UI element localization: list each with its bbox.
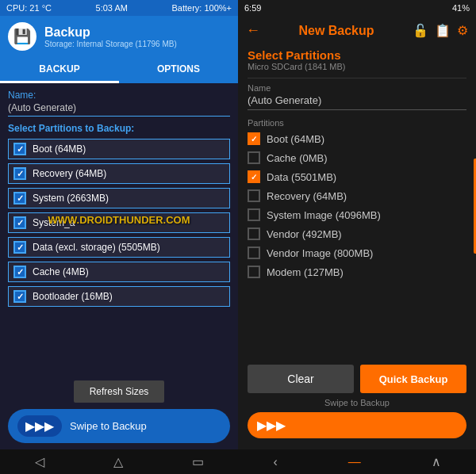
clipboard-icon[interactable]: 📋 (435, 23, 451, 38)
right-checkbox-data[interactable] (248, 170, 260, 183)
right-partition-system-image[interactable]: System Image (4096MB) (248, 208, 466, 221)
partition-cache-label: Cache (4MB) (33, 266, 89, 277)
left-partition-cache[interactable]: Cache (4MB) (8, 262, 230, 282)
right-checkbox-vendor[interactable] (248, 227, 260, 240)
right-nav-home-icon[interactable]: — (348, 455, 361, 469)
right-partition-recovery-label: Recovery (64MB) (267, 190, 347, 202)
right-header-icons: 🔓 📋 ⚙ (413, 23, 468, 38)
partition-system-label: System (2663MB) (33, 193, 109, 204)
nav-recent-icon[interactable]: ▭ (192, 454, 204, 469)
right-header: ← New Backup 🔓 📋 ⚙ (238, 16, 476, 45)
nav-home-icon[interactable]: △ (113, 454, 123, 469)
left-cpu: CPU: 21 °C (6, 3, 52, 13)
checkbox-recovery[interactable] (13, 167, 26, 180)
right-name-label: Name (248, 83, 466, 93)
left-status-bar: CPU: 21 °C 5:03 AM Battery: 100%+ (0, 0, 238, 16)
right-partition-vendor-image-label: Vendor Image (800MB) (267, 247, 373, 259)
left-storage-info: Storage: Internal Storage (11796 MB) (44, 40, 177, 48)
partition-systema-label: System_a (33, 217, 75, 228)
right-checkbox-modem[interactable] (248, 266, 260, 278)
left-swipe-bar[interactable]: ▶▶▶ Swipe to Backup (8, 409, 230, 443)
left-bottom: Refresh Sizes ▶▶▶ Swipe to Backup (0, 374, 238, 449)
right-nav-back-icon[interactable]: ‹ (273, 455, 277, 469)
left-nav-bar: ◁ △ ▭ (0, 449, 238, 474)
left-content: Name: (Auto Generate) Select Partitions … (0, 83, 238, 374)
left-partitions-label: Select Partitions to Backup: (8, 123, 230, 134)
left-partition-boot[interactable]: Boot (64MB) (8, 139, 230, 159)
partition-bootloader-label: Bootloader (16MB) (33, 291, 113, 302)
left-header: 💾 Backup Storage: Internal Storage (1179… (0, 16, 238, 57)
right-checkbox-recovery[interactable] (248, 189, 260, 202)
right-partition-data-label: Data (5501MB) (267, 171, 336, 183)
left-app-title: Backup (44, 25, 177, 40)
checkbox-systema[interactable] (13, 216, 26, 229)
checkbox-system[interactable] (13, 192, 26, 205)
swipe-hint: Swipe to Backup (248, 398, 466, 407)
right-partition-cache-label: Cache (0MB) (267, 152, 328, 164)
right-partition-modem-label: Modem (127MB) (267, 266, 344, 278)
left-partition-recovery[interactable]: Recovery (64MB) (8, 163, 230, 184)
back-button[interactable]: ← (246, 22, 260, 39)
left-tabs: BACKUP OPTIONS (0, 57, 238, 83)
right-checkbox-cache[interactable] (248, 151, 260, 164)
right-nav-up-icon[interactable]: ∧ (432, 454, 441, 469)
right-name-value[interactable]: (Auto Generate) (248, 94, 466, 110)
right-partition-vendor-label: Vendor (492MB) (267, 228, 342, 240)
partition-boot-label: Boot (64MB) (33, 143, 86, 155)
right-time: 6:59 (244, 3, 261, 13)
left-swipe-arrows-icon: ▶▶▶ (17, 415, 62, 437)
left-time: 5:03 AM (96, 3, 128, 13)
clear-button[interactable]: Clear (248, 365, 354, 393)
right-partition-vendor-image[interactable]: Vendor Image (800MB) (248, 247, 466, 259)
tab-backup[interactable]: BACKUP (0, 57, 119, 83)
lock-icon[interactable]: 🔓 (413, 23, 428, 38)
left-partition-bootloader[interactable]: Bootloader (16MB) (8, 286, 230, 307)
right-storage-info: Micro SDCard (1841 MB) (248, 62, 466, 71)
left-header-text: Backup Storage: Internal Storage (11796 … (44, 25, 177, 48)
right-subtitle: Select Partitions Micro SDCard (1841 MB) (238, 45, 476, 78)
right-partition-boot-label: Boot (64MB) (267, 133, 324, 145)
quick-backup-button[interactable]: Quick Backup (360, 365, 466, 393)
left-name-label: Name: (8, 90, 230, 101)
right-checkbox-boot[interactable] (248, 132, 260, 145)
left-swipe-text: Swipe to Backup (70, 420, 147, 432)
right-actions: Clear Quick Backup Swipe to Backup ▶▶▶ (238, 358, 476, 449)
left-panel: CPU: 21 °C 5:03 AM Battery: 100%+ 💾 Back… (0, 0, 238, 474)
action-buttons: Clear Quick Backup (248, 365, 466, 393)
checkbox-bootloader[interactable] (13, 290, 26, 303)
checkbox-data[interactable] (13, 241, 26, 254)
right-partition-recovery[interactable]: Recovery (64MB) (248, 189, 466, 202)
tab-options[interactable]: OPTIONS (119, 57, 238, 83)
right-partition-vendor[interactable]: Vendor (492MB) (248, 227, 466, 240)
left-partition-data[interactable]: Data (excl. storage) (5505MB) (8, 237, 230, 258)
right-partition-modem[interactable]: Modem (127MB) (248, 266, 466, 278)
right-checkbox-vendor-image[interactable] (248, 247, 260, 259)
left-partition-system[interactable]: System (2663MB) (8, 188, 230, 208)
checkbox-cache[interactable] (13, 266, 26, 278)
partition-data-label: Data (excl. storage) (5505MB) (33, 242, 160, 253)
left-battery: Battery: 100%+ (171, 3, 232, 13)
right-panel-wrapper: 6:59 41% ← New Backup 🔓 📋 ⚙ Select Parti… (238, 0, 476, 474)
right-swipe-bar[interactable]: ▶▶▶ (248, 412, 466, 438)
right-partition-system-image-label: System Image (4096MB) (267, 209, 381, 221)
right-page-title: Select Partitions (248, 48, 466, 62)
right-status-bar: 6:59 41% (238, 0, 476, 16)
left-partition-systema[interactable]: System_a (8, 212, 230, 233)
partition-recovery-label: Recovery (64MB) (33, 168, 106, 179)
backup-app-icon: 💾 (8, 22, 36, 51)
refresh-sizes-button[interactable]: Refresh Sizes (74, 380, 165, 403)
right-checkbox-system-image[interactable] (248, 208, 260, 221)
nav-back-icon[interactable]: ◁ (35, 454, 44, 469)
settings-icon[interactable]: ⚙ (457, 23, 468, 38)
right-swipe-arrows-icon: ▶▶▶ (257, 418, 286, 433)
checkbox-boot[interactable] (13, 143, 26, 155)
right-partition-data[interactable]: Data (5501MB) (248, 170, 466, 183)
left-name-value[interactable]: (Auto Generate) (8, 102, 230, 117)
right-content: Name (Auto Generate) Partitions Boot (64… (238, 78, 476, 358)
right-header-title: New Backup (267, 24, 406, 38)
right-partition-cache[interactable]: Cache (0MB) (248, 151, 466, 164)
right-partition-boot[interactable]: Boot (64MB) (248, 132, 466, 145)
right-panel: 6:59 41% ← New Backup 🔓 📋 ⚙ Select Parti… (238, 0, 476, 474)
right-partitions-label: Partitions (248, 118, 466, 128)
right-battery: 41% (452, 3, 470, 13)
